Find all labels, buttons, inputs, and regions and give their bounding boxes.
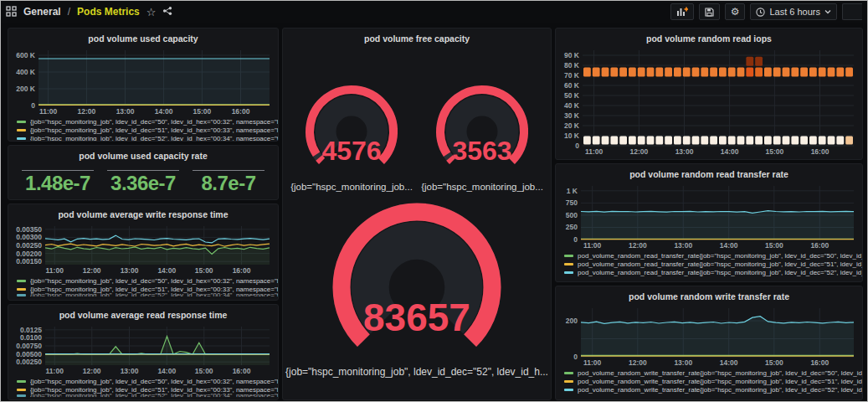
panel-title[interactable]: pod volume average read response time xyxy=(8,308,278,322)
legend-swatch xyxy=(17,294,26,296)
apps-grid-icon[interactable] xyxy=(6,6,17,18)
svg-text:14:00: 14:00 xyxy=(721,147,739,156)
gauge-arc: 3563 xyxy=(419,78,546,180)
svg-text:0.00750: 0.00750 xyxy=(16,342,42,350)
panel-title[interactable]: pod volume average write response time xyxy=(8,208,278,222)
stat: 1.48e-7 xyxy=(15,166,100,194)
read-transfer-chart[interactable]: 11:0012:0013:0014:0015:0016:001 K7505002… xyxy=(557,183,859,250)
panel-title[interactable]: pod volume used capacity rate xyxy=(8,149,278,163)
zoom-out-button-partial[interactable] xyxy=(842,3,862,20)
legend-swatch xyxy=(17,389,26,391)
top-nav: General / Pods Metrics ☆ ⚙ Last 6 hours xyxy=(1,1,867,23)
svg-text:250: 250 xyxy=(566,223,578,231)
svg-text:0.00350: 0.00350 xyxy=(16,225,42,234)
dashboard-settings-button[interactable]: ⚙ xyxy=(725,3,746,20)
legend-label: {job="hspc_monitoring_job", ldev_id_dec=… xyxy=(30,293,278,296)
legend-label: pod_volume_random_read_transfer_rate{job… xyxy=(578,252,862,260)
legend-item[interactable]: {job="hspc_monitoring_job", ldev_id_dec=… xyxy=(17,385,278,394)
svg-text:14:00: 14:00 xyxy=(157,367,176,375)
legend-swatch xyxy=(17,129,26,131)
share-icon[interactable] xyxy=(162,6,172,18)
star-icon[interactable]: ☆ xyxy=(146,7,157,18)
svg-text:11:00: 11:00 xyxy=(583,358,602,367)
write-response-chart[interactable]: 11:0012:0013:0014:0015:0016:000.003500.0… xyxy=(10,223,275,275)
svg-text:12:00: 12:00 xyxy=(629,358,647,367)
legend-item[interactable]: {job="hspc_monitoring_job", ldev_id_dec=… xyxy=(17,117,278,126)
svg-text:12:00: 12:00 xyxy=(630,147,649,156)
panel-title[interactable]: pod volume random write transfer rate xyxy=(556,290,862,304)
legend-label: pod_volume_random_write_transfer_rate{jo… xyxy=(578,369,862,377)
svg-text:16:00: 16:00 xyxy=(232,107,250,116)
svg-text:11:00: 11:00 xyxy=(46,367,64,375)
legend-item[interactable]: {job="hspc_monitoring_job", ldev_id_dec=… xyxy=(17,276,278,285)
stat-value: 8.7e-7 xyxy=(189,172,268,194)
svg-text:90 K: 90 K xyxy=(564,51,580,59)
gauge-large: 83657 {job="hspc_monitoring_job", ldev_i… xyxy=(283,193,551,378)
legend-label: pod_volume_random_write_transfer_rate{jo… xyxy=(578,378,862,385)
legend-item[interactable]: pod_volume_random_read_transfer_rate{job… xyxy=(564,251,862,260)
svg-text:16:00: 16:00 xyxy=(233,367,251,375)
add-panel-button[interactable] xyxy=(670,3,694,20)
legend-item-clipped[interactable]: {job="hspc_monitoring_job", ldev_id_dec=… xyxy=(17,394,278,397)
breadcrumb-dashboard[interactable]: Pods Metrics xyxy=(77,6,140,18)
time-range-picker[interactable]: Last 6 hours xyxy=(750,3,837,20)
stat-row: 1.48e-7 3.36e-7 8.7e-7 xyxy=(8,163,278,194)
panel-title[interactable]: pod volume used capacity xyxy=(8,32,278,46)
legend-item[interactable]: pod_volume_random_write_transfer_rate{jo… xyxy=(564,368,862,377)
svg-text:3563: 3563 xyxy=(452,136,511,166)
legend-item[interactable]: pod_volume_random_write_transfer_rate{jo… xyxy=(564,385,862,394)
svg-text:200: 200 xyxy=(566,317,578,325)
legend-item[interactable]: {job="hspc_monitoring_job", ldev_id_dec=… xyxy=(17,126,278,134)
write-transfer-chart[interactable]: 11:0012:0013:0014:0015:0016:002000 xyxy=(557,305,859,367)
used-capacity-chart[interactable]: 11:0012:0013:0014:0015:0016:00600 K400 K… xyxy=(10,47,275,116)
legend-swatch xyxy=(17,121,26,123)
svg-text:12:00: 12:00 xyxy=(78,107,96,116)
chevron-down-icon xyxy=(824,9,831,14)
legend-swatch xyxy=(564,271,573,274)
legend: pod_volume_random_write_transfer_rate{jo… xyxy=(556,367,862,394)
panel-pod-volume-used-capacity-rate: pod volume used capacity rate 1.48e-7 3.… xyxy=(8,145,279,200)
svg-text:12:00: 12:00 xyxy=(83,367,101,375)
svg-text:50 K: 50 K xyxy=(564,91,580,100)
svg-text:15:00: 15:00 xyxy=(766,147,784,156)
svg-text:12:00: 12:00 xyxy=(629,241,647,250)
svg-text:30 K: 30 K xyxy=(564,111,580,120)
svg-text:0.00250: 0.00250 xyxy=(16,358,42,366)
panel-title[interactable]: pod volume random read iops xyxy=(556,32,862,46)
svg-text:11:00: 11:00 xyxy=(46,266,64,275)
legend-item[interactable]: {job="hspc_monitoring_job", ldev_id_dec=… xyxy=(17,377,278,385)
panel-title[interactable]: pod volume free capacity xyxy=(283,32,551,46)
panel-pod-volume-average-read-response-time: pod volume average read response time 11… xyxy=(8,304,279,400)
breadcrumb-folder[interactable]: General xyxy=(23,6,61,18)
legend-label: pod_volume_random_read_transfer_rate{job… xyxy=(578,269,862,276)
svg-text:13:00: 13:00 xyxy=(674,358,692,367)
panel-pod-volume-random-read-transfer-rate: pod volume random read transfer rate 11:… xyxy=(555,163,863,282)
svg-text:13:00: 13:00 xyxy=(675,147,694,156)
legend-item[interactable]: pod_volume_random_read_transfer_rate{job… xyxy=(564,268,862,276)
svg-text:750: 750 xyxy=(566,198,578,207)
legend-label: {job="hspc_monitoring_job", ldev_id_dec=… xyxy=(30,386,278,394)
panel-title[interactable]: pod volume random read transfer rate xyxy=(556,168,862,182)
svg-text:1 K: 1 K xyxy=(567,187,578,195)
read-response-chart[interactable]: 11:0012:0013:0014:0015:0016:000.01250.01… xyxy=(10,323,275,375)
legend-item-clipped[interactable]: {job="hspc_monitoring_job", ldev_id_dec=… xyxy=(17,293,278,296)
svg-text:10 K: 10 K xyxy=(564,131,580,140)
stat: 8.7e-7 xyxy=(186,166,271,194)
svg-text:14:00: 14:00 xyxy=(155,107,173,116)
save-dashboard-button[interactable] xyxy=(699,3,720,20)
svg-text:0.00150: 0.00150 xyxy=(16,257,42,265)
gauge-label: {job="hspc_monitoring_job... xyxy=(419,182,546,192)
svg-text:16:00: 16:00 xyxy=(233,266,251,275)
gauge: 4576 {job="hspc_monitoring_job... xyxy=(288,78,415,192)
legend-item[interactable]: pod_volume_random_write_transfer_rate{jo… xyxy=(564,377,862,385)
legend-item[interactable]: pod_volume_random_read_transfer_rate{job… xyxy=(564,260,862,268)
svg-text:12:00: 12:00 xyxy=(83,266,101,275)
stat-value: 1.48e-7 xyxy=(18,172,97,194)
read-iops-heatmap[interactable]: 11:0012:0013:0014:0015:0016:0090 K80 K70… xyxy=(557,47,859,156)
legend-swatch xyxy=(564,263,573,265)
svg-text:13:00: 13:00 xyxy=(121,367,139,375)
legend-item[interactable]: {job="hspc_monitoring_job", ldev_id_dec=… xyxy=(17,134,278,142)
panel-pod-volume-free-capacity: pod volume free capacity 4576 {job="hspc… xyxy=(282,28,552,400)
legend-item[interactable]: {job="hspc_monitoring_job", ldev_id_dec=… xyxy=(17,285,278,293)
svg-text:0: 0 xyxy=(573,353,578,361)
